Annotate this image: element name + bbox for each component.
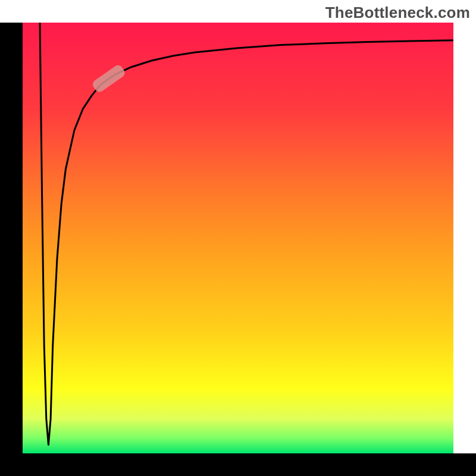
svg-rect-1	[91, 64, 127, 94]
attribution-label: TheBottleneck.com	[325, 4, 470, 22]
x-axis-frame	[0, 453, 476, 476]
bottleneck-curve	[23, 23, 453, 453]
curve-marker	[91, 64, 127, 94]
y-axis-frame	[0, 23, 23, 476]
plot-area	[23, 23, 453, 453]
chart-stage: TheBottleneck.com	[0, 0, 476, 476]
